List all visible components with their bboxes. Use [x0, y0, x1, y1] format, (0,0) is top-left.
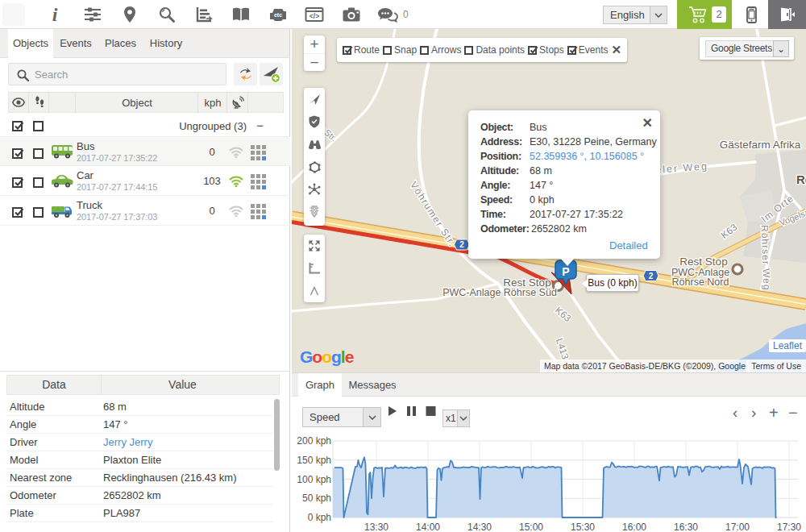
svg-text:etc: etc: [274, 12, 282, 18]
svg-text:14:30: 14:30: [467, 522, 492, 532]
svg-text:0 kph: 0 kph: [308, 512, 331, 523]
svg-text:Rö: Rö: [796, 172, 806, 186]
svg-text:K63: K63: [553, 305, 574, 325]
svg-text:Rest Stop: Rest Stop: [679, 256, 727, 268]
svg-text:2: 2: [649, 272, 654, 281]
svg-text:16:00: 16:00: [622, 522, 646, 532]
svg-text:PWC-Anlage Röhrse Süd: PWC-Anlage Röhrse Süd: [442, 287, 557, 298]
svg-text:P: P: [562, 265, 569, 278]
svg-text:Röhrse Nord: Röhrse Nord: [672, 276, 729, 288]
svg-text:50 kph: 50 kph: [302, 493, 331, 504]
svg-text:15:30: 15:30: [571, 522, 595, 532]
svg-text:17:30: 17:30: [777, 522, 801, 532]
svg-text:2: 2: [459, 240, 464, 249]
svg-text:150 kph: 150 kph: [297, 455, 331, 466]
svg-text:Röhrser Weg: Röhrser Weg: [759, 225, 773, 291]
svg-text:Gästefarm Afrika: Gästefarm Afrika: [720, 139, 801, 151]
svg-text:14:00: 14:00: [416, 522, 440, 532]
svg-text:100 kph: 100 kph: [297, 474, 331, 485]
svg-text:200 kph: 200 kph: [297, 435, 331, 447]
svg-text:17:00: 17:00: [725, 522, 750, 532]
svg-text:15:00: 15:00: [519, 522, 543, 532]
svg-text:16:30: 16:30: [674, 522, 698, 532]
svg-text:K63: K63: [719, 222, 740, 241]
svg-text:</>: </>: [310, 12, 319, 20]
svg-text:L413: L413: [554, 337, 571, 361]
svg-text:13:30: 13:30: [364, 522, 388, 532]
